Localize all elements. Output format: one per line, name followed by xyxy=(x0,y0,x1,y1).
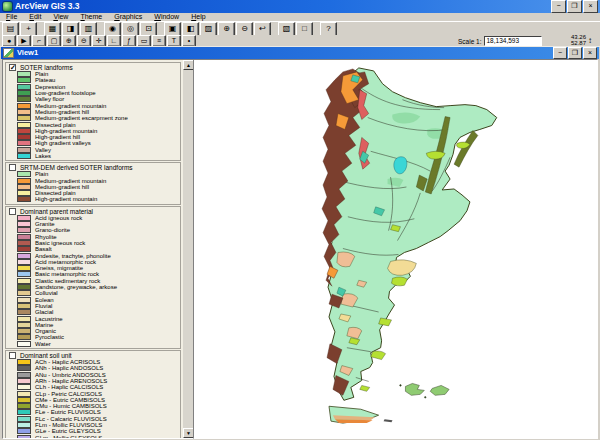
query-builder-icon: ⊡ xyxy=(145,24,152,33)
menu-help[interactable]: Help xyxy=(185,13,211,21)
legend-group-checkbox[interactable] xyxy=(9,164,16,171)
legend-item-label: Dissected plain xyxy=(35,190,76,196)
find-icon: ◉ xyxy=(109,24,116,33)
legend-item-label: Acid igneous rock xyxy=(35,215,82,221)
legend-item-label: Depression xyxy=(35,84,65,90)
legend-swatch xyxy=(17,128,31,134)
menu-window[interactable]: Window xyxy=(148,13,185,21)
restore-button[interactable]: ❐ xyxy=(567,0,582,13)
legend-group-label: SRTM-DEM derived SOTER landforms xyxy=(20,164,133,171)
view-title: View1 xyxy=(17,47,552,59)
legend-item-label: ARh - Haplic ARENOSOLS xyxy=(35,378,107,384)
legend-group-header[interactable]: SRTM-DEM derived SOTER landforms xyxy=(7,164,180,171)
legend-swatch xyxy=(17,90,31,96)
legend-swatch xyxy=(17,77,31,83)
legend-swatch xyxy=(17,372,31,378)
measure-tool-button[interactable]: ∟ xyxy=(107,35,121,47)
label-tool-icon: ▭ xyxy=(141,37,148,44)
legend-swatch xyxy=(17,422,31,428)
legend-item-label: Lakes xyxy=(35,153,51,159)
legend-swatch xyxy=(17,284,31,290)
locate-icon: ◎ xyxy=(127,24,134,33)
legend-item-label: FLm - Mollic FLUVISOLS xyxy=(35,422,102,428)
legend-item-label: Water xyxy=(35,341,51,347)
legend-swatch xyxy=(17,391,31,397)
legend-item-label: CLp - Petric CALCISOLS xyxy=(35,391,102,397)
legend-swatch xyxy=(17,309,31,315)
legend-group-checkbox[interactable] xyxy=(9,208,16,215)
pan-tool-button[interactable]: ✛ xyxy=(92,35,106,47)
restore-button[interactable]: ❐ xyxy=(568,47,582,59)
measure-tool-icon: ∟ xyxy=(111,37,118,44)
hotlink-tool-button[interactable]: ƒ xyxy=(122,35,136,47)
minimize-button[interactable]: − xyxy=(551,0,566,13)
pan-tool-icon: ✛ xyxy=(96,37,102,44)
text-tool-button[interactable]: T xyxy=(167,35,181,47)
legend-swatch xyxy=(17,134,31,140)
minimize-button[interactable]: − xyxy=(553,47,567,59)
legend-group-header[interactable]: Dominant parent material xyxy=(7,208,180,215)
legend-item-label: GLm - Mollic GLEYSOLS xyxy=(35,435,102,438)
legend-group-header[interactable]: Dominant soil unit xyxy=(7,352,180,359)
menu-view[interactable]: View xyxy=(47,13,74,21)
legend-swatch xyxy=(17,227,31,233)
view-content: ✓SOTER landformsPlainPlateauDepressionLo… xyxy=(2,59,598,439)
legend-group: Dominant parent materialAcid igneous roc… xyxy=(5,206,181,349)
pointer-tool-icon: ▶ xyxy=(21,37,26,44)
legend-swatch xyxy=(17,196,31,202)
legend-group: Dominant soil unitACh - Haplic ACRISOLSA… xyxy=(5,350,181,438)
callout-tool-button[interactable]: ≡ xyxy=(152,35,166,47)
legend-item: GLm - Mollic GLEYSOLS xyxy=(7,434,180,438)
draw-point-tool-button[interactable]: • xyxy=(182,35,196,47)
label-tool-button[interactable]: ▭ xyxy=(137,35,151,47)
legend-item-label: ACh - Haplic ACRISOLS xyxy=(35,359,100,365)
legend-item-label: Eolean xyxy=(35,297,54,303)
legend-swatch xyxy=(17,416,31,422)
view-title-bar[interactable]: View1 −❐× xyxy=(1,47,599,59)
legend-group-header[interactable]: ✓SOTER landforms xyxy=(7,64,180,71)
legend-group-checkbox[interactable] xyxy=(9,352,16,359)
falkland-islands xyxy=(400,383,449,398)
menu-graphics[interactable]: Graphics xyxy=(108,13,148,21)
zoom-in-tool-button[interactable]: ⊕ xyxy=(62,35,76,47)
legend-swatch xyxy=(17,359,31,365)
legend-swatch xyxy=(17,290,31,296)
legend-group-label: Dominant soil unit xyxy=(20,352,72,359)
legend-swatch xyxy=(17,215,31,221)
legend-swatch xyxy=(17,122,31,128)
scale-label: Scale 1: xyxy=(458,38,482,45)
map-panel xyxy=(193,59,598,439)
legend-group-label: Dominant parent material xyxy=(20,208,93,215)
tool-palette: ●▶⌐▢⊕⊖✛∟ƒ▭≡T• Scale 1: 18,134,593 43.26 … xyxy=(0,35,600,46)
menu-file[interactable]: File xyxy=(0,13,23,21)
view-window: View1 −❐× ✓SOTER landformsPlainPlateauDe… xyxy=(0,46,600,440)
legend-group-checkbox[interactable]: ✓ xyxy=(9,64,16,71)
close-button[interactable]: × xyxy=(583,0,598,13)
select-graphics-tool-button[interactable]: ▢ xyxy=(47,35,61,47)
legend-item-label: CLh - Haplic CALCISOLS xyxy=(35,384,103,390)
identify-tool-button[interactable]: ● xyxy=(2,35,16,47)
clear-selection-icon: □ xyxy=(302,24,307,33)
map-view[interactable] xyxy=(194,60,597,438)
legend-item-label: Medium-gradient hill xyxy=(35,109,89,115)
zoom-out-tool-button[interactable]: ⊖ xyxy=(77,35,91,47)
legend-item-label: Granite xyxy=(35,221,55,227)
scale-input[interactable]: 18,134,593 xyxy=(484,36,542,46)
close-button[interactable]: × xyxy=(583,47,597,59)
scale-area: Scale 1: 18,134,593 xyxy=(458,36,542,46)
hotlink-tool-icon: ƒ xyxy=(127,37,131,44)
updown-arrow-icon: ↕ xyxy=(588,36,592,45)
legend-item-label: Andesite, trachyte, phonolite xyxy=(35,253,111,259)
legend-swatch xyxy=(17,403,31,409)
menu-edit[interactable]: Edit xyxy=(23,13,47,21)
select-graphics-tool-icon: ▢ xyxy=(51,37,58,44)
vertex-edit-tool-button[interactable]: ⌐ xyxy=(32,35,46,47)
menu-bar: FileEditViewThemeGraphicsWindowHelp xyxy=(0,13,600,21)
legend-swatch xyxy=(17,397,31,403)
pointer-tool-button[interactable]: ▶ xyxy=(17,35,31,47)
zoom-selected-icon: ▨ xyxy=(205,24,213,33)
menu-theme[interactable]: Theme xyxy=(74,13,108,21)
legend-swatch xyxy=(17,271,31,277)
legend-swatch xyxy=(17,384,31,390)
legend-item-label: Colluvial xyxy=(35,290,58,296)
